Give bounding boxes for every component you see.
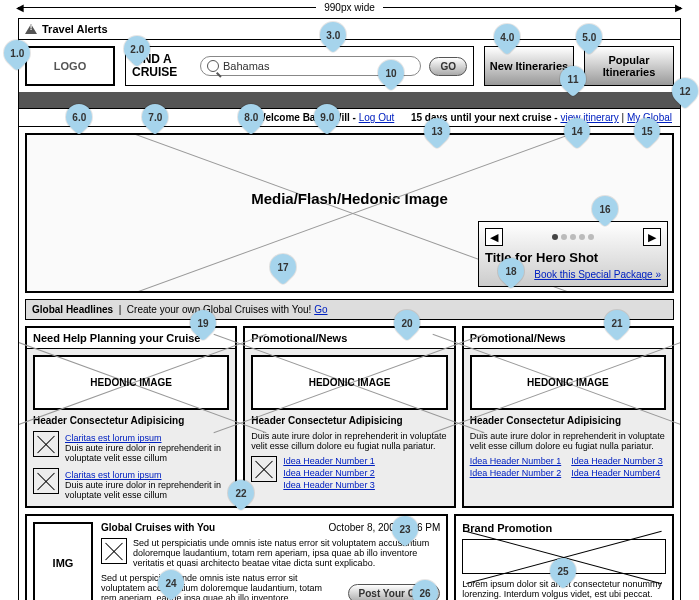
logout-link[interactable]: Log Out bbox=[359, 112, 395, 123]
card-header: Promotional/News bbox=[245, 328, 453, 349]
thumb-icon bbox=[33, 431, 59, 457]
hero-prev-button[interactable]: ◀ bbox=[485, 228, 503, 246]
headlines-go-link[interactable]: Go bbox=[314, 304, 327, 315]
idea-link[interactable]: Claritas est lorum ipsum bbox=[65, 433, 162, 443]
nav-strip bbox=[19, 92, 680, 108]
promo-card-2: Promotional/News HEDONIC IMAGE Header Co… bbox=[462, 326, 674, 508]
alerts-label: Travel Alerts bbox=[42, 23, 108, 35]
idea-link[interactable]: Idea Header Number4 bbox=[571, 468, 663, 478]
idea-link[interactable]: Idea Header Number 2 bbox=[283, 468, 375, 478]
idea-link[interactable]: Idea Header Number 3 bbox=[283, 480, 375, 490]
idea-link[interactable]: Idea Header Number 3 bbox=[571, 456, 663, 466]
logo[interactable]: LOGO bbox=[25, 46, 115, 86]
brand-title: Brand Promotion bbox=[462, 522, 666, 534]
post-title: Global Cruises with You bbox=[101, 522, 215, 533]
alert-icon bbox=[25, 24, 37, 34]
width-indicator: ◀990px wide▶ bbox=[18, 2, 681, 13]
promo-card-1: Promotional/News HEDONIC IMAGE Header Co… bbox=[243, 326, 455, 508]
thumb-icon bbox=[251, 456, 277, 482]
idea-link[interactable]: Idea Header Number 1 bbox=[470, 456, 562, 466]
hero-next-button[interactable]: ▶ bbox=[643, 228, 661, 246]
promo-columns: Need Help Planning your Cruise HEDONIC I… bbox=[25, 326, 674, 508]
go-button[interactable]: GO bbox=[429, 57, 467, 76]
idea-link[interactable]: Idea Header Number 2 bbox=[470, 468, 562, 478]
thumb-icon bbox=[33, 468, 59, 494]
hero-image: Media/Flash/Hedonic Image ◀ ▶ Title for … bbox=[25, 133, 674, 293]
idea-link[interactable]: Idea Header Number 1 bbox=[283, 456, 375, 466]
bottom-row: IMG Global Cruises with You October 8, 2… bbox=[25, 514, 674, 600]
hero-pagination[interactable] bbox=[552, 234, 594, 240]
content-area: Media/Flash/Hedonic Image ◀ ▶ Title for … bbox=[19, 127, 680, 600]
hedonic-image: HEDONIC IMAGE bbox=[251, 355, 447, 410]
headlines-bar: Global Headlines | Create your own Globa… bbox=[25, 299, 674, 320]
card-header: Promotional/News bbox=[464, 328, 672, 349]
idea-link[interactable]: Claritas est lorum ipsum bbox=[65, 470, 162, 480]
post-date: October 8, 2008 6:46 PM bbox=[329, 522, 441, 533]
help-card: Need Help Planning your Cruise HEDONIC I… bbox=[25, 326, 237, 508]
post-image: IMG bbox=[33, 522, 93, 600]
user-post-card: IMG Global Cruises with You October 8, 2… bbox=[25, 514, 448, 600]
hedonic-image: HEDONIC IMAGE bbox=[470, 355, 666, 410]
hero-label: Media/Flash/Hedonic Image bbox=[27, 190, 672, 207]
hedonic-image: HEDONIC IMAGE bbox=[33, 355, 229, 410]
popular-itineraries-button[interactable]: Popular Itineraries bbox=[584, 46, 674, 86]
page-frame: Travel Alerts LOGO FIND A CRUISE Bahamas… bbox=[18, 18, 681, 600]
find-cruise-panel: FIND A CRUISE Bahamas GO bbox=[125, 46, 474, 86]
search-icon bbox=[207, 60, 219, 72]
thumb-icon bbox=[101, 538, 127, 564]
